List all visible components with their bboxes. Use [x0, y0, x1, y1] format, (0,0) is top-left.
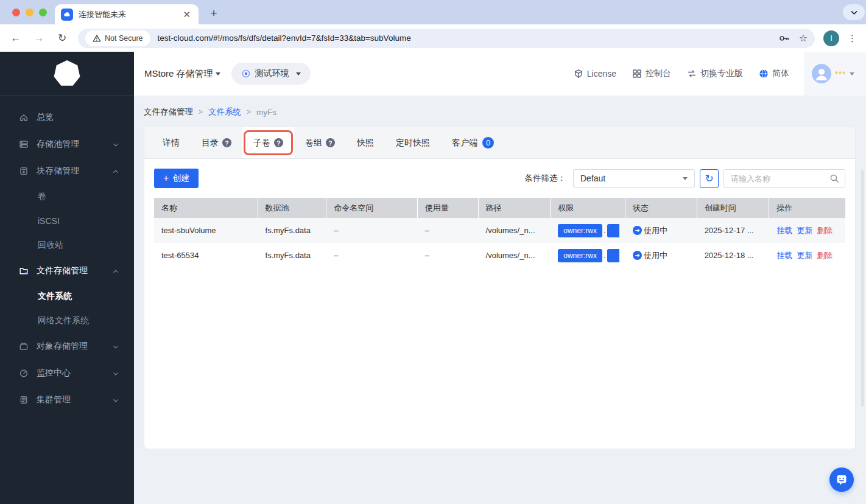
sidebar-item-总览[interactable]: 总览: [0, 104, 134, 131]
app-root: 总览存储池管理块存储管理卷iSCSI回收站文件存储管理文件系统网络文件系统对象存…: [0, 52, 866, 504]
search-input[interactable]: [731, 174, 829, 183]
sidebar-subitem-回收站[interactable]: 回收站: [0, 233, 134, 257]
help-icon[interactable]: ?: [222, 138, 231, 147]
header-nav-控制台[interactable]: 控制台: [632, 68, 671, 79]
browser-tab[interactable]: 连接智能未来 ✕: [55, 4, 199, 24]
header-nav-License[interactable]: License: [574, 69, 616, 79]
chevron-down-icon: [112, 343, 119, 350]
header-nav-label: 切换专业版: [700, 68, 743, 79]
chevron-down-icon: [683, 177, 688, 180]
user-menu[interactable]: ***: [804, 52, 866, 96]
table-row[interactable]: test-65534fs.myFs.data––/volumes/_n...ow…: [154, 243, 845, 268]
permission-badge[interactable]: owner:rwx: [558, 224, 602, 237]
sidebar-item-label: 存储池管理: [37, 139, 112, 150]
created-cell: 2025-12-18 ...: [697, 243, 770, 268]
browser-menu-icon[interactable]: ⋮: [848, 33, 857, 44]
sidebar-subitem-iSCSI[interactable]: iSCSI: [0, 209, 134, 233]
tab-客户端[interactable]: 客户端0: [441, 127, 505, 158]
cluster-icon: [19, 395, 29, 405]
action-删除[interactable]: 删除: [817, 250, 833, 261]
permission-cell: owner:rwx.: [551, 243, 625, 268]
tab-目录[interactable]: 目录?: [191, 127, 242, 158]
column-header-使用量: 使用量: [418, 198, 479, 218]
browser-toolbar: ← → ↻ Not Secure test-cloud.com/#!/mos/f…: [0, 24, 866, 52]
help-icon[interactable]: ?: [274, 138, 283, 147]
app-header: MStore 存储管理 测试环境 License控制台切换专业版简体 ***: [134, 52, 866, 96]
url-text: test-cloud.com/#!/mos/fs/dfs/detail?envI…: [158, 33, 772, 43]
browser-tab-title: 连接智能未来: [79, 9, 181, 20]
header-nav-切换专业版[interactable]: 切换专业版: [687, 68, 743, 79]
table-header-row: 名称数据池命令名空间使用量路径权限状态创建时间操作: [154, 198, 845, 218]
action-更新[interactable]: 更新: [797, 225, 812, 236]
sidebar-item-对象存储管理[interactable]: 对象存储管理: [0, 333, 134, 360]
back-icon[interactable]: ←: [9, 32, 23, 44]
password-key-icon[interactable]: [778, 32, 790, 44]
reload-icon[interactable]: ↻: [55, 32, 69, 44]
environment-label: 测试环境: [255, 68, 289, 79]
permission-badge-truncated[interactable]: [607, 249, 619, 262]
tab-子卷[interactable]: 子卷?: [242, 127, 294, 158]
environment-selector[interactable]: 测试环境: [231, 63, 311, 85]
sidebar-item-文件存储管理[interactable]: 文件存储管理: [0, 257, 134, 284]
column-header-路径: 路径: [479, 198, 551, 218]
search-icon[interactable]: [829, 173, 839, 183]
create-button[interactable]: + 创建: [154, 169, 199, 188]
action-删除[interactable]: 删除: [817, 225, 833, 236]
permission-badge[interactable]: owner:rwx: [558, 249, 602, 262]
browser-tab-strip: 连接智能未来 ✕ +: [0, 0, 866, 24]
sidebar-subitem-网络文件系统[interactable]: 网络文件系统: [0, 309, 134, 333]
column-header-名称: 名称: [154, 198, 258, 218]
chevron-up-icon: [112, 167, 119, 175]
sidebar-subitem-卷[interactable]: 卷: [0, 184, 134, 209]
sidebar-item-集群管理[interactable]: 集群管理: [0, 387, 134, 413]
new-tab-button[interactable]: +: [206, 5, 222, 21]
tab-快照[interactable]: 快照: [346, 127, 385, 158]
header-nav-label: License: [587, 69, 616, 79]
filter-select[interactable]: Defaut: [573, 169, 695, 188]
user-avatar-icon: [812, 64, 831, 83]
permission-badge-truncated[interactable]: [607, 224, 619, 237]
column-header-创建时间: 创建时间: [697, 198, 770, 218]
refresh-button[interactable]: ↻: [700, 169, 719, 188]
home-icon: [19, 113, 29, 122]
tab-详情[interactable]: 详情: [152, 127, 191, 158]
chat-support-button[interactable]: [829, 467, 854, 492]
status-badge: ➜使用中: [633, 225, 667, 236]
chevron-down-icon: [216, 72, 220, 75]
breadcrumb-item[interactable]: 文件系统: [208, 107, 241, 117]
bookmark-star-icon[interactable]: ☆: [799, 32, 808, 44]
header-nav-label: 控制台: [646, 68, 671, 79]
permission-ellipsis: .: [604, 226, 606, 235]
header-nav-简体[interactable]: 简体: [759, 68, 789, 79]
traffic-light-zoom[interactable]: [39, 9, 47, 16]
tab-close-icon[interactable]: ✕: [181, 9, 192, 20]
action-挂载[interactable]: 挂载: [776, 225, 792, 236]
address-bar[interactable]: Not Secure test-cloud.com/#!/mos/fs/dfs/…: [78, 29, 815, 48]
chevron-down-icon: [112, 396, 119, 404]
block-icon: [19, 166, 29, 176]
browser-profile-avatar[interactable]: I: [823, 30, 839, 46]
scrollbar[interactable]: [861, 170, 864, 407]
path-cell: /volumes/_n...: [479, 218, 551, 243]
traffic-light-minimize[interactable]: [26, 9, 33, 16]
tab-count-badge: 0: [482, 137, 494, 149]
app-logo[interactable]: [0, 52, 134, 96]
sidebar-item-块存储管理[interactable]: 块存储管理: [0, 158, 134, 184]
help-icon[interactable]: ?: [326, 138, 335, 147]
security-chip[interactable]: Not Secure: [85, 30, 150, 46]
brand-menu[interactable]: MStore 存储管理: [144, 68, 220, 80]
tab-定时快照[interactable]: 定时快照: [385, 127, 441, 158]
subvolume-table: 名称数据池命令名空间使用量路径权限状态创建时间操作test-sbuVolumef…: [154, 198, 845, 268]
table-row[interactable]: test-sbuVolumefs.myFs.data––/volumes/_n.…: [154, 218, 845, 243]
forward-icon[interactable]: →: [32, 32, 46, 44]
action-更新[interactable]: 更新: [797, 250, 812, 261]
status-arrow-icon: ➜: [633, 226, 642, 235]
sidebar-subitem-文件系统[interactable]: 文件系统: [0, 284, 134, 309]
tab-label: 详情: [163, 138, 180, 149]
tab-search-button[interactable]: [843, 4, 865, 20]
sidebar-item-监控中心[interactable]: 监控中心: [0, 360, 134, 387]
tab-卷组[interactable]: 卷组?: [294, 127, 346, 158]
action-挂载[interactable]: 挂载: [776, 250, 792, 261]
sidebar-item-存储池管理[interactable]: 存储池管理: [0, 131, 134, 158]
traffic-light-close[interactable]: [12, 9, 20, 16]
